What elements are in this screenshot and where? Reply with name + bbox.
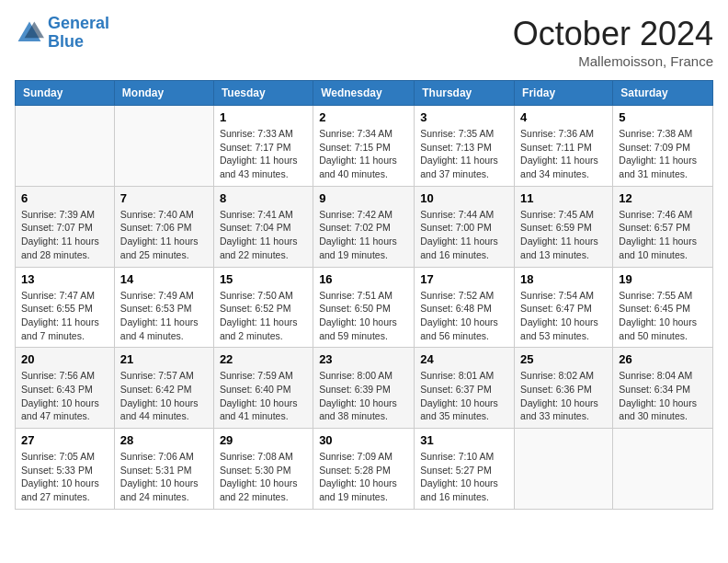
day-number: 15: [220, 272, 307, 286]
day-number: 13: [21, 272, 108, 286]
day-detail: Sunrise: 8:02 AMSunset: 6:36 PMDaylight:…: [520, 369, 607, 423]
day-detail: Sunrise: 7:45 AMSunset: 6:59 PMDaylight:…: [520, 208, 607, 262]
day-detail: Sunrise: 8:01 AMSunset: 6:37 PMDaylight:…: [420, 369, 508, 423]
calendar-cell: 8 Sunrise: 7:41 AMSunset: 7:04 PMDayligh…: [213, 186, 313, 267]
day-number: 22: [220, 352, 307, 366]
calendar-cell: 6 Sunrise: 7:39 AMSunset: 7:07 PMDayligh…: [16, 186, 115, 267]
day-number: 26: [619, 352, 707, 366]
logo-icon: [15, 18, 44, 48]
day-detail: Sunrise: 7:41 AMSunset: 7:04 PMDaylight:…: [220, 208, 307, 262]
day-detail: Sunrise: 8:00 AMSunset: 6:39 PMDaylight:…: [319, 369, 408, 423]
calendar-cell: 29 Sunrise: 7:08 AMSunset: 5:30 PMDaylig…: [213, 429, 313, 510]
weekday-header-sunday: Sunday: [16, 81, 115, 106]
calendar-cell: 27 Sunrise: 7:05 AMSunset: 5:33 PMDaylig…: [16, 429, 115, 510]
day-number: 24: [420, 352, 508, 366]
logo-line2: Blue: [48, 32, 84, 51]
day-number: 30: [319, 433, 408, 447]
day-number: 9: [319, 191, 408, 205]
day-detail: Sunrise: 7:09 AMSunset: 5:28 PMDaylight:…: [319, 450, 408, 504]
calendar-cell: 14 Sunrise: 7:49 AMSunset: 6:53 PMDaylig…: [114, 267, 213, 348]
day-detail: Sunrise: 7:06 AMSunset: 5:31 PMDaylight:…: [120, 450, 208, 504]
day-detail: Sunrise: 7:38 AMSunset: 7:09 PMDaylight:…: [619, 127, 707, 181]
calendar-cell: 31 Sunrise: 7:10 AMSunset: 5:27 PMDaylig…: [415, 429, 515, 510]
calendar-cell: 15 Sunrise: 7:50 AMSunset: 6:52 PMDaylig…: [213, 267, 313, 348]
day-number: 20: [21, 352, 108, 366]
calendar-cell: 7 Sunrise: 7:40 AMSunset: 7:06 PMDayligh…: [114, 186, 213, 267]
day-detail: Sunrise: 7:10 AMSunset: 5:27 PMDaylight:…: [420, 450, 508, 504]
calendar-cell: 11 Sunrise: 7:45 AMSunset: 6:59 PMDaylig…: [515, 186, 613, 267]
calendar-body: 1 Sunrise: 7:33 AMSunset: 7:17 PMDayligh…: [16, 106, 713, 510]
calendar-table: SundayMondayTuesdayWednesdayThursdayFrid…: [15, 80, 713, 510]
weekday-header-tuesday: Tuesday: [213, 81, 313, 106]
day-number: 28: [120, 433, 208, 447]
page-header: General Blue October 2024 Mallemoisson, …: [15, 15, 713, 69]
day-number: 21: [120, 352, 208, 366]
day-detail: Sunrise: 7:59 AMSunset: 6:40 PMDaylight:…: [220, 369, 307, 423]
calendar-cell: [114, 106, 213, 187]
day-detail: Sunrise: 7:50 AMSunset: 6:52 PMDaylight:…: [220, 289, 307, 343]
weekday-header-monday: Monday: [114, 81, 213, 106]
calendar-cell: 1 Sunrise: 7:33 AMSunset: 7:17 PMDayligh…: [213, 106, 313, 187]
calendar-cell: 10 Sunrise: 7:44 AMSunset: 7:00 PMDaylig…: [415, 186, 515, 267]
day-detail: Sunrise: 7:57 AMSunset: 6:42 PMDaylight:…: [120, 369, 208, 423]
day-detail: Sunrise: 7:51 AMSunset: 6:50 PMDaylight:…: [319, 289, 408, 343]
day-detail: Sunrise: 7:44 AMSunset: 7:00 PMDaylight:…: [420, 208, 508, 262]
weekday-header-thursday: Thursday: [415, 81, 515, 106]
calendar-cell: 25 Sunrise: 8:02 AMSunset: 6:36 PMDaylig…: [515, 348, 613, 429]
day-detail: Sunrise: 7:40 AMSunset: 7:06 PMDaylight:…: [120, 208, 208, 262]
calendar-cell: 3 Sunrise: 7:35 AMSunset: 7:13 PMDayligh…: [415, 106, 515, 187]
location: Mallemoisson, France: [513, 53, 713, 69]
calendar-week-3: 13 Sunrise: 7:47 AMSunset: 6:55 PMDaylig…: [16, 267, 713, 348]
calendar-cell: 23 Sunrise: 8:00 AMSunset: 6:39 PMDaylig…: [313, 348, 415, 429]
calendar-cell: 30 Sunrise: 7:09 AMSunset: 5:28 PMDaylig…: [313, 429, 415, 510]
calendar-header: SundayMondayTuesdayWednesdayThursdayFrid…: [16, 81, 713, 106]
calendar-cell: 12 Sunrise: 7:46 AMSunset: 6:57 PMDaylig…: [613, 186, 713, 267]
day-detail: Sunrise: 8:04 AMSunset: 6:34 PMDaylight:…: [619, 369, 707, 423]
day-number: 8: [220, 191, 307, 205]
calendar-cell: 28 Sunrise: 7:06 AMSunset: 5:31 PMDaylig…: [114, 429, 213, 510]
calendar-cell: 20 Sunrise: 7:56 AMSunset: 6:43 PMDaylig…: [16, 348, 115, 429]
day-number: 10: [420, 191, 508, 205]
day-detail: Sunrise: 7:35 AMSunset: 7:13 PMDaylight:…: [420, 127, 508, 181]
calendar-cell: [515, 429, 613, 510]
day-detail: Sunrise: 7:56 AMSunset: 6:43 PMDaylight:…: [21, 369, 108, 423]
day-number: 11: [520, 191, 607, 205]
day-detail: Sunrise: 7:49 AMSunset: 6:53 PMDaylight:…: [120, 289, 208, 343]
day-number: 5: [619, 110, 707, 124]
day-number: 23: [319, 352, 408, 366]
day-number: 7: [120, 191, 208, 205]
month-title: October 2024: [513, 15, 713, 53]
calendar-cell: 19 Sunrise: 7:55 AMSunset: 6:45 PMDaylig…: [613, 267, 713, 348]
day-number: 19: [619, 272, 707, 286]
calendar-cell: 16 Sunrise: 7:51 AMSunset: 6:50 PMDaylig…: [313, 267, 415, 348]
calendar-cell: 24 Sunrise: 8:01 AMSunset: 6:37 PMDaylig…: [415, 348, 515, 429]
day-number: 16: [319, 272, 408, 286]
day-detail: Sunrise: 7:08 AMSunset: 5:30 PMDaylight:…: [220, 450, 307, 504]
day-detail: Sunrise: 7:46 AMSunset: 6:57 PMDaylight:…: [619, 208, 707, 262]
day-number: 3: [420, 110, 508, 124]
day-detail: Sunrise: 7:52 AMSunset: 6:48 PMDaylight:…: [420, 289, 508, 343]
day-detail: Sunrise: 7:39 AMSunset: 7:07 PMDaylight:…: [21, 208, 108, 262]
calendar-week-1: 1 Sunrise: 7:33 AMSunset: 7:17 PMDayligh…: [16, 106, 713, 187]
calendar-cell: 26 Sunrise: 8:04 AMSunset: 6:34 PMDaylig…: [613, 348, 713, 429]
calendar-cell: 22 Sunrise: 7:59 AMSunset: 6:40 PMDaylig…: [213, 348, 313, 429]
calendar-week-5: 27 Sunrise: 7:05 AMSunset: 5:33 PMDaylig…: [16, 429, 713, 510]
day-detail: Sunrise: 7:34 AMSunset: 7:15 PMDaylight:…: [319, 127, 408, 181]
day-detail: Sunrise: 7:36 AMSunset: 7:11 PMDaylight:…: [520, 127, 607, 181]
day-number: 4: [520, 110, 607, 124]
day-detail: Sunrise: 7:55 AMSunset: 6:45 PMDaylight:…: [619, 289, 707, 343]
logo-text: General Blue: [48, 15, 109, 52]
logo: General Blue: [15, 15, 109, 52]
weekday-header-wednesday: Wednesday: [313, 81, 415, 106]
calendar-cell: [613, 429, 713, 510]
calendar-cell: [16, 106, 115, 187]
day-number: 1: [220, 110, 307, 124]
day-number: 12: [619, 191, 707, 205]
day-detail: Sunrise: 7:33 AMSunset: 7:17 PMDaylight:…: [220, 127, 307, 181]
calendar-cell: 17 Sunrise: 7:52 AMSunset: 6:48 PMDaylig…: [415, 267, 515, 348]
day-number: 31: [420, 433, 508, 447]
day-number: 25: [520, 352, 607, 366]
calendar-cell: 18 Sunrise: 7:54 AMSunset: 6:47 PMDaylig…: [515, 267, 613, 348]
day-number: 6: [21, 191, 108, 205]
day-number: 27: [21, 433, 108, 447]
